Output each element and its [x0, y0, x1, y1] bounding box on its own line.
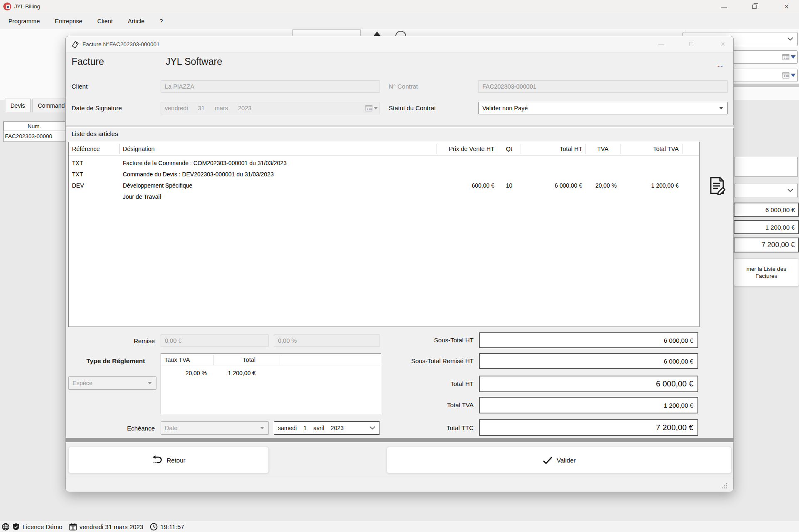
calendar-icon	[69, 523, 77, 531]
resize-grip[interactable]	[721, 483, 727, 489]
total-ht-label: Total HT	[349, 380, 474, 387]
dropdown-arrow-icon	[719, 107, 723, 109]
dialog-minimize-button[interactable]: —	[652, 38, 671, 50]
header-qt: Qt	[498, 142, 521, 155]
header-prix: Prix de Vente HT	[437, 142, 498, 155]
remise-label: Remise	[72, 337, 155, 344]
tag-icon	[71, 40, 79, 49]
bottom-divider	[66, 438, 734, 442]
echeance-date-picker[interactable]: samedi 1 avril 2023	[274, 421, 380, 435]
globe-icon	[2, 523, 10, 531]
background-select[interactable]	[734, 183, 798, 198]
restore-icon	[752, 5, 757, 9]
statut-label: Statut du Contrat	[389, 104, 436, 111]
restore-button[interactable]	[745, 0, 764, 13]
menubar: Programme Entreprise Client Article ?	[0, 13, 799, 29]
date-signature-field[interactable]: vendredi 31 mars 2023	[161, 102, 380, 114]
total-ht-field: 6 000,00 €	[479, 376, 698, 392]
app-icon	[3, 2, 11, 10]
articles-table[interactable]: Référence Désignation Prix de Vente HT Q…	[68, 142, 700, 327]
calendar-icon	[782, 54, 789, 60]
chevron-down-icon	[787, 37, 793, 41]
close-button[interactable]: ✕	[774, 0, 799, 13]
group-separator	[66, 125, 734, 128]
dialog-titlebar[interactable]: Facture N°FAC202303-000001 — ✕	[66, 36, 733, 53]
background-panel-box	[734, 157, 798, 177]
tva-header-total: Total	[213, 354, 259, 366]
client-label: Client	[72, 83, 87, 90]
statusbar-date: vendredi 31 mars 2023	[79, 523, 143, 530]
background-total-ttc-field: 7 200,00 €	[734, 238, 799, 252]
remise-amount-field[interactable]: 0,00 €	[161, 334, 269, 347]
echeance-label: Echéance	[72, 425, 155, 432]
sous-total-remise-field: 6 000,00 €	[479, 353, 698, 369]
retour-button[interactable]: Retour	[68, 447, 269, 473]
statusbar-time: 19:11:57	[160, 523, 184, 530]
table-row[interactable]: TXT Commande du Devis : DEV202303-000001…	[69, 168, 699, 180]
dialog-footer	[66, 478, 733, 492]
chevron-down-icon	[370, 426, 375, 430]
dropdown-arrow-icon	[260, 427, 264, 429]
reglement-label: Type de Réglement	[74, 357, 157, 365]
calendar-icon	[365, 105, 372, 111]
dialog-restore-button[interactable]	[682, 38, 701, 50]
table-row[interactable]: TXT Facture de la Commande : COM202303-0…	[69, 157, 699, 168]
articles-group-label: Liste des articles	[72, 130, 118, 137]
licence-text: Licence Démo	[22, 523, 62, 530]
header-tva: TVA	[586, 142, 620, 155]
dropdown-arrow-icon	[374, 107, 378, 109]
contrat-label: N° Contrat	[389, 83, 418, 90]
clock-icon	[150, 523, 158, 531]
table-row[interactable]: DEV Développement Spécifique 600,00 € 10…	[69, 180, 699, 191]
date-signature-label: Date de Signature	[72, 104, 122, 111]
desktop: JYL Billing — ✕ Programme Entreprise Cli…	[0, 0, 799, 532]
minimize-button[interactable]: —	[715, 0, 734, 13]
articles-header-row: Référence Désignation Prix de Vente HT Q…	[69, 142, 699, 156]
reglement-select[interactable]: Espèce	[68, 376, 156, 390]
background-group-edge	[734, 84, 799, 87]
dialog-title: Facture N°FAC202303-000001	[82, 41, 160, 47]
header-designation: Désignation	[119, 142, 436, 155]
menu-entreprise[interactable]: Entreprise	[55, 18, 82, 25]
undo-arrow-icon	[151, 455, 162, 465]
menu-client[interactable]: Client	[97, 18, 113, 25]
contrat-field: FAC202303-000001	[478, 80, 728, 93]
valider-button[interactable]: Valider	[387, 447, 732, 473]
table-row[interactable]: Jour de Travail	[69, 191, 699, 202]
list-item-facture[interactable]: FAC202303-00000	[3, 131, 65, 142]
header-total-tva: Total TVA	[620, 142, 682, 155]
sous-total-remise-label: Sous-Total Remisé HT	[349, 357, 474, 364]
menu-programme[interactable]: Programme	[8, 18, 40, 25]
main-window-title: JYL Billing	[14, 3, 40, 10]
tva-header-taux: Taux TVA	[161, 354, 213, 366]
header-total-ht: Total HT	[521, 142, 586, 155]
main-titlebar: JYL Billing — ✕	[0, 0, 799, 13]
echeance-mode-select[interactable]: Date	[161, 421, 269, 435]
total-tva-field: 1 200,00 €	[479, 397, 698, 413]
sous-total-ht-field: 6 000,00 €	[479, 332, 698, 348]
tab-devis[interactable]: Devis	[5, 99, 31, 112]
total-ttc-field: 7 200,00 €	[479, 419, 698, 436]
dropdown-arrow-icon	[791, 74, 796, 77]
shield-check-icon	[12, 523, 20, 531]
facture-dialog: Facture N°FAC202303-000001 — ✕ Facture J…	[65, 36, 734, 492]
check-icon	[543, 456, 553, 464]
edit-document-icon[interactable]	[706, 175, 727, 197]
statut-select[interactable]: Valider non Payé	[478, 102, 728, 114]
dialog-close-button[interactable]: ✕	[712, 38, 734, 50]
menu-help[interactable]: ?	[159, 18, 163, 25]
column-header-num[interactable]: Num.	[3, 121, 65, 131]
calendar-icon	[782, 72, 789, 79]
tva-row: 20,00 % 1 200,00 €	[161, 368, 381, 379]
dropdown-arrow-icon	[791, 55, 796, 59]
total-tva-label: Total TVA	[349, 401, 474, 408]
statusbar: Licence Démo vendredi 31 mars 2023 19:11…	[0, 521, 799, 532]
print-invoice-list-button[interactable]: mer la Liste des Factures	[734, 258, 799, 287]
background-total-tva-field: 1 200,00 €	[734, 220, 799, 234]
header-dashes: --	[717, 62, 724, 69]
menu-article[interactable]: Article	[128, 18, 144, 25]
company-heading: JYL Software	[166, 56, 222, 67]
header-reference: Référence	[69, 142, 119, 155]
dropdown-arrow-icon	[148, 382, 152, 384]
document-type-heading: Facture	[72, 56, 104, 67]
